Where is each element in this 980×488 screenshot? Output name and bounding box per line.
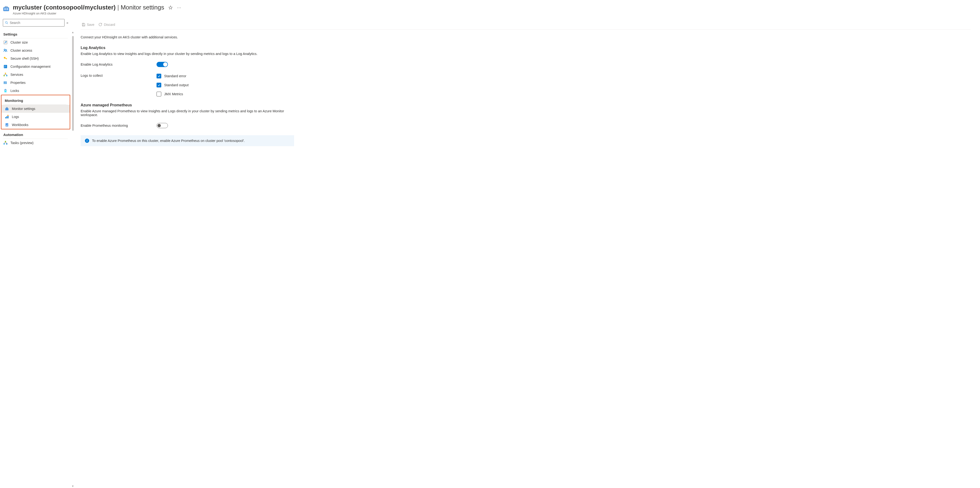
sidebar-item-label: Logs (12, 115, 19, 119)
services-icon (3, 73, 8, 77)
search-icon (5, 21, 8, 24)
page-title: mycluster (contosopool/mycluster) | Moni… (13, 4, 164, 11)
sidebar-item-label: Properties (10, 81, 25, 85)
sidebar-search[interactable] (3, 19, 65, 27)
save-button[interactable]: Save (81, 23, 94, 27)
checkbox-label: JMX Metrics (164, 92, 183, 96)
checkbox-jmx-metrics[interactable] (156, 92, 161, 97)
sidebar-item-label: Locks (10, 89, 19, 93)
blade-name: Monitor settings (121, 4, 164, 11)
svg-rect-2 (4, 8, 6, 9)
svg-rect-36 (5, 141, 6, 142)
sidebar-scrollbar[interactable]: ▲ ▼ (72, 31, 74, 488)
svg-rect-37 (3, 143, 5, 144)
sidebar-item-tasks[interactable]: Tasks (preview) (0, 139, 71, 147)
sidebar-item-monitor-settings[interactable]: Monitor settings (2, 105, 70, 113)
sidebar-item-logs[interactable]: Logs (2, 113, 70, 121)
section-header-monitoring: Monitoring (2, 95, 70, 104)
sidebar-item-label: Secure shell (SSH) (10, 57, 39, 60)
svg-rect-28 (5, 90, 6, 92)
sidebar-item-secure-shell[interactable]: Secure shell (SSH) (0, 54, 71, 63)
log-analytics-description: Enable Log Analytics to view insights an… (81, 52, 290, 55)
section-header-automation: Automation (0, 129, 71, 138)
section-header-settings: Settings (0, 29, 71, 38)
enable-prometheus-label: Enable Prometheus monitoring (81, 124, 156, 127)
checkbox-label: Standard output (164, 83, 189, 87)
content-pane: Save Discard Connect your HDInsight on A… (71, 17, 980, 488)
svg-rect-31 (5, 117, 6, 119)
svg-rect-14 (5, 58, 7, 59)
lock-icon (3, 89, 8, 93)
collapse-sidebar-icon[interactable]: « (67, 21, 68, 25)
intro-text: Connect your HDInsight on AKS cluster wi… (81, 35, 970, 39)
sidebar-item-label: Workbooks (12, 123, 29, 127)
info-icon: i (85, 139, 89, 143)
resource-name: mycluster (contosopool/mycluster) (13, 4, 116, 11)
sidebar-item-workbooks[interactable]: Workbooks (2, 121, 70, 129)
sidebar-item-label: Cluster size (10, 41, 28, 44)
checklist-icon (3, 65, 8, 69)
enable-log-analytics-label: Enable Log Analytics (81, 63, 156, 67)
toolbar: Save Discard (81, 21, 970, 29)
svg-rect-15 (6, 59, 6, 59)
resource-type-label: Azure HDInsight on AKS cluster (13, 12, 181, 15)
sidebar-item-cluster-size[interactable]: Cluster size (0, 38, 71, 46)
svg-rect-27 (6, 83, 6, 83)
svg-rect-20 (3, 75, 5, 76)
prometheus-description: Enable Azure managed Prometheus to view … (81, 109, 290, 117)
sidebar: « Settings Cluster size Cluster access S… (0, 17, 71, 488)
discard-icon (99, 23, 102, 27)
more-actions-icon[interactable]: ⋯ (177, 5, 181, 10)
svg-rect-6 (5, 6, 7, 7)
svg-marker-7 (169, 6, 172, 9)
svg-rect-25 (4, 82, 4, 83)
divider (81, 29, 970, 30)
sidebar-item-label: Monitor settings (12, 107, 35, 111)
checkbox-standard-error[interactable] (156, 74, 161, 78)
sidebar-item-properties[interactable]: Properties (0, 79, 71, 87)
toolbox-icon (5, 106, 9, 111)
enable-log-analytics-toggle[interactable] (156, 62, 168, 67)
discard-button[interactable]: Discard (99, 23, 115, 27)
scale-icon (3, 40, 8, 44)
info-banner: i To enable Azure Prometheus on this clu… (81, 135, 294, 146)
prometheus-heading: Azure managed Prometheus (81, 103, 970, 107)
svg-rect-3 (4, 10, 6, 10)
enable-prometheus-toggle[interactable] (156, 123, 168, 128)
page-header: mycluster (contosopool/mycluster) | Moni… (0, 0, 980, 17)
save-icon (81, 23, 85, 27)
sidebar-item-label: Cluster access (10, 49, 32, 52)
svg-rect-21 (6, 75, 7, 76)
favorite-star-icon[interactable] (169, 5, 173, 10)
sidebar-search-input[interactable] (10, 21, 62, 25)
svg-rect-35 (5, 123, 8, 127)
svg-rect-0 (3, 7, 9, 11)
scroll-down-icon[interactable]: ▼ (72, 485, 74, 488)
checkbox-standard-output[interactable] (156, 83, 161, 87)
svg-rect-38 (6, 143, 7, 144)
svg-point-8 (5, 22, 7, 24)
logs-icon (5, 115, 9, 119)
sidebar-item-label: Configuration management (10, 65, 51, 68)
sidebar-item-config-mgmt[interactable]: Configuration management (0, 63, 71, 71)
sidebar-item-services[interactable]: Services (0, 71, 71, 79)
sidebar-item-locks[interactable]: Locks (0, 87, 71, 95)
info-banner-text: To enable Azure Prometheus on this clust… (92, 139, 245, 143)
scroll-up-icon[interactable]: ▲ (72, 31, 74, 34)
svg-rect-39 (83, 25, 84, 26)
svg-point-11 (4, 49, 5, 50)
sidebar-item-cluster-access[interactable]: Cluster access (0, 46, 71, 54)
svg-rect-30 (6, 107, 8, 108)
log-analytics-heading: Log Analytics (81, 46, 970, 50)
svg-rect-40 (83, 24, 84, 24)
monitoring-section-highlight: Monitoring Monitor settings Logs Workboo… (1, 95, 70, 129)
svg-rect-4 (6, 8, 8, 9)
checkbox-label: Standard error (164, 74, 186, 78)
svg-point-12 (6, 49, 6, 51)
tasks-icon (3, 141, 8, 145)
scroll-thumb[interactable] (72, 36, 74, 131)
people-icon (3, 48, 8, 52)
svg-rect-32 (6, 116, 7, 119)
save-label: Save (87, 23, 94, 27)
workbooks-icon (5, 123, 9, 127)
